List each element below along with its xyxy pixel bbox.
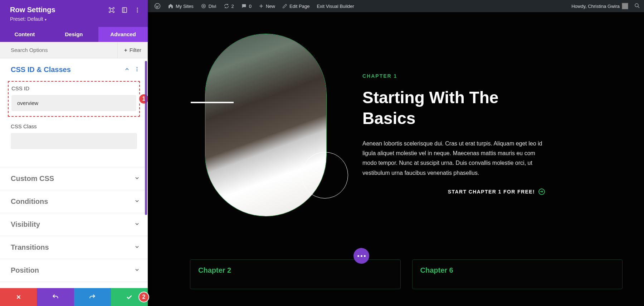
svg-point-3	[137, 8, 138, 9]
svg-point-16	[635, 4, 638, 7]
decorative-circle	[302, 152, 348, 199]
cancel-button[interactable]	[0, 288, 37, 306]
ab-new-label: New	[266, 4, 275, 9]
svg-rect-0	[110, 9, 113, 11]
preset-selector[interactable]: Preset: Default ▾	[10, 16, 141, 22]
svg-line-17	[638, 6, 639, 8]
css-class-label: CSS Class	[11, 123, 137, 129]
row-settings-panel: Row Settings Preset: Default ▾ Content D…	[0, 0, 148, 306]
svg-rect-1	[122, 8, 127, 13]
section-title: Conditions	[11, 197, 134, 206]
chevron-down-icon	[134, 175, 140, 182]
hero-cta-label: START CHAPTER 1 FOR FREE!	[448, 189, 535, 195]
avatar	[622, 3, 628, 9]
section-transitions: Transitions	[0, 236, 148, 259]
chapter-cards: Chapter 2 Chapter 6	[190, 259, 623, 289]
page-preview: CHAPTER 1 Starting With The Basics Aenea…	[148, 12, 644, 306]
ab-exit-vb[interactable]: Exit Visual Builder	[313, 0, 358, 12]
section-header-conditions[interactable]: Conditions	[0, 190, 148, 213]
save-button[interactable]: 2	[111, 288, 148, 306]
section-kebab-icon[interactable]	[134, 66, 140, 73]
section-header-transitions[interactable]: Transitions	[0, 236, 148, 259]
hero-title: Starting With The Basics	[362, 87, 545, 129]
svg-point-5	[137, 11, 138, 12]
hero-cta-link[interactable]: START CHAPTER 1 FOR FREE! ➜	[362, 188, 545, 195]
section-conditions: Conditions	[0, 190, 148, 213]
ab-site-label: Divi	[209, 4, 216, 9]
panel-title: Row Settings	[10, 6, 108, 14]
decorative-line	[191, 102, 234, 103]
card-title: Chapter 2	[198, 266, 231, 274]
section-title: Transitions	[11, 243, 134, 252]
caret-down-icon: ▾	[44, 18, 47, 21]
section-custom-css: Custom CSS	[0, 167, 148, 190]
kebab-menu-icon[interactable]	[134, 7, 141, 13]
arrow-right-icon: ➜	[538, 188, 545, 195]
preset-label: Preset: Default	[10, 16, 43, 22]
svg-point-6	[137, 67, 138, 68]
ab-edit-page-label: Edit Page	[289, 4, 309, 9]
section-title: Visibility	[11, 220, 134, 229]
wp-admin-bar: My Sites Divi 2 0 New Edit Page Exit Vis…	[148, 0, 644, 12]
section-css-id-classes: CSS ID & Classes CSS ID 1 CSS Clas	[0, 58, 148, 167]
section-title: CSS ID & Classes	[11, 66, 124, 74]
plus-icon: +	[124, 47, 127, 53]
css-class-input[interactable]	[11, 133, 137, 149]
ab-updates[interactable]: 2	[220, 0, 238, 12]
expand-icon[interactable]	[108, 7, 115, 13]
svg-point-7	[137, 68, 138, 70]
filter-label: Filter	[130, 47, 141, 53]
ab-comments[interactable]: 0	[238, 0, 255, 12]
undo-button[interactable]	[37, 288, 74, 306]
hero-section: CHAPTER 1 Starting With The Basics Aenea…	[148, 12, 644, 256]
redo-button[interactable]	[74, 288, 111, 306]
card-title: Chapter 6	[420, 266, 453, 274]
css-id-input[interactable]	[11, 95, 136, 111]
panel-body: CSS ID & Classes CSS ID 1 CSS Clas	[0, 58, 148, 288]
search-row: + Filter	[0, 42, 148, 58]
tab-design[interactable]: Design	[49, 27, 99, 42]
section-visibility: Visibility	[0, 213, 148, 236]
search-icon[interactable]	[634, 3, 640, 10]
settings-tabs: Content Design Advanced	[0, 27, 148, 42]
chevron-down-icon	[134, 221, 140, 228]
ab-updates-count: 2	[231, 4, 234, 9]
search-input[interactable]	[0, 42, 117, 58]
svg-point-4	[137, 9, 138, 10]
section-title: Position	[11, 266, 134, 274]
card-chapter-6[interactable]: Chapter 6	[412, 259, 623, 289]
svg-point-8	[137, 70, 138, 71]
callout-css-id: CSS ID 1	[8, 81, 140, 117]
builder-fab[interactable]	[353, 248, 369, 264]
wp-logo[interactable]	[151, 0, 164, 12]
ab-my-sites[interactable]: My Sites	[164, 0, 197, 12]
chevron-down-icon	[134, 198, 140, 205]
ab-new[interactable]: New	[255, 0, 279, 12]
scrollbar[interactable]	[145, 61, 147, 215]
chapter-label: CHAPTER 1	[362, 73, 545, 79]
section-header-visibility[interactable]: Visibility	[0, 213, 148, 236]
ab-account[interactable]: Howdy, Christina Gwira	[568, 0, 632, 12]
section-position: Position	[0, 259, 148, 282]
callout-badge-2: 2	[138, 292, 149, 302]
tab-advanced[interactable]: Advanced	[98, 27, 148, 42]
ab-exit-vb-label: Exit Visual Builder	[317, 4, 354, 9]
tab-content[interactable]: Content	[0, 27, 49, 42]
ab-edit-page[interactable]: Edit Page	[279, 0, 313, 12]
panel-footer: 2	[0, 288, 148, 306]
chevron-up-icon	[124, 66, 130, 73]
section-header-position[interactable]: Position	[0, 259, 148, 282]
svg-point-13	[202, 4, 206, 8]
card-chapter-2[interactable]: Chapter 2	[190, 259, 401, 289]
css-id-label: CSS ID	[11, 85, 136, 91]
ab-my-sites-label: My Sites	[176, 4, 194, 9]
ab-site-name[interactable]: Divi	[197, 0, 220, 12]
svg-point-12	[203, 5, 204, 7]
responsive-icon[interactable]	[121, 7, 128, 13]
ab-comments-count: 0	[249, 4, 252, 9]
panel-header: Row Settings Preset: Default ▾	[0, 0, 148, 27]
chevron-down-icon	[134, 244, 140, 251]
filter-button[interactable]: + Filter	[117, 42, 148, 58]
section-header-css-id-classes[interactable]: CSS ID & Classes	[0, 58, 148, 81]
section-header-custom-css[interactable]: Custom CSS	[0, 167, 148, 190]
